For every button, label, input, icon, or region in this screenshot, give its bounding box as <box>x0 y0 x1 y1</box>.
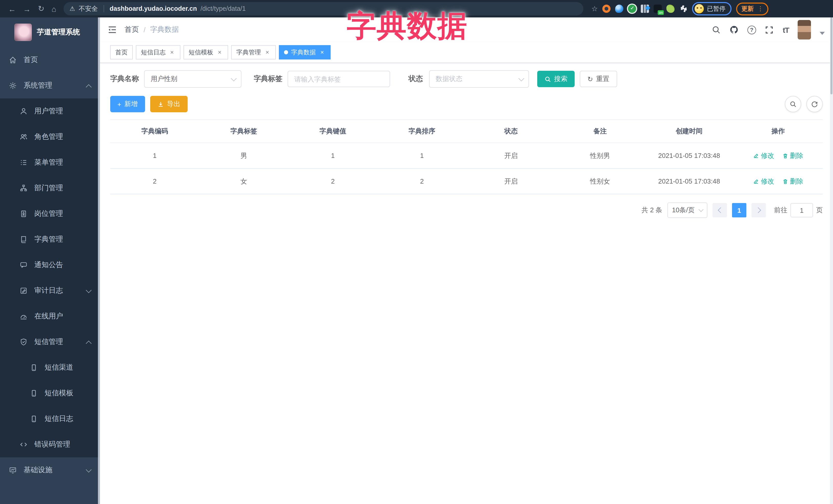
fullscreen-icon[interactable] <box>765 25 774 34</box>
page-number-1[interactable]: 1 <box>732 203 746 217</box>
extension-on-badge-icon[interactable] <box>653 5 662 13</box>
dict-tag-input[interactable] <box>288 71 390 87</box>
home-icon <box>9 56 17 64</box>
address-bar[interactable]: ⚠ 不安全 dashboard.yudao.iocoder.cn /dict/t… <box>63 2 583 16</box>
window-scrollbar[interactable] <box>830 18 833 504</box>
browser-toolbar: ← → ↻ ⌂ ⚠ 不安全 dashboard.yudao.iocoder.cn… <box>0 0 833 18</box>
sidebar-item-notice-announcement[interactable]: 通知公告 <box>0 252 100 278</box>
close-icon[interactable]: × <box>319 49 326 56</box>
close-icon[interactable]: × <box>216 49 223 56</box>
search-icon[interactable] <box>712 25 721 34</box>
close-icon[interactable]: × <box>169 49 175 56</box>
sidebar-item-sms-template[interactable]: 短信模板 <box>0 380 100 406</box>
user-avatar[interactable] <box>798 20 811 40</box>
sidebar-item-dict-management[interactable]: 字典管理 <box>0 226 100 252</box>
edit-link[interactable]: 修改 <box>753 177 774 186</box>
refresh-icon: ↻ <box>588 76 593 82</box>
add-button[interactable]: + 新增 <box>110 96 145 112</box>
cell-sort: 2 <box>378 168 467 194</box>
screen: ← → ↻ ⌂ ⚠ 不安全 dashboard.yudao.iocoder.cn… <box>0 0 833 504</box>
sidebar-item-sms-management[interactable]: 短信管理 <box>0 329 100 355</box>
cell-code: 2 <box>110 168 199 194</box>
sidebar-item-home[interactable]: 首页 <box>0 47 100 73</box>
sidebar-item-sms-log[interactable]: 短信日志 <box>0 406 100 432</box>
delete-link-label: 删除 <box>790 151 803 160</box>
font-size-icon[interactable]: tT <box>783 25 789 34</box>
tab-label: 首页 <box>115 48 128 57</box>
sidebar-item-sms-channel[interactable]: 短信渠道 <box>0 355 100 380</box>
table-tools <box>785 96 823 112</box>
edit-note-icon <box>20 287 28 295</box>
reload-icon[interactable]: ↻ <box>38 4 44 13</box>
reset-button[interactable]: ↻ 重置 <box>580 71 617 87</box>
extension-blue-drop-icon[interactable] <box>615 5 623 13</box>
sidebar-item-post-management[interactable]: 岗位管理 <box>0 201 100 226</box>
caret-down-icon[interactable] <box>820 32 825 35</box>
browser-profile-chip[interactable]: 已暂停 <box>692 2 732 16</box>
delete-link[interactable]: 删除 <box>782 177 803 186</box>
github-icon[interactable] <box>730 25 739 34</box>
next-page-button[interactable] <box>752 203 766 217</box>
search-button[interactable]: 搜索 <box>537 71 575 87</box>
bookmark-star-icon[interactable]: ☆ <box>591 5 598 13</box>
sidebar-item-label: 用户管理 <box>34 106 63 116</box>
tab-dict-management[interactable]: 字典管理 × <box>231 45 276 59</box>
extensions-puzzle-icon[interactable] <box>679 5 687 13</box>
chart-monitor-icon <box>9 466 17 474</box>
browser-update-button[interactable]: 更新 ⋮ <box>736 2 768 15</box>
extension-orange-icon[interactable] <box>602 5 611 13</box>
prev-page-button[interactable] <box>713 203 727 217</box>
security-warning-icon: ⚠ <box>69 5 75 12</box>
extension-stats-icon[interactable] <box>641 5 649 13</box>
tab-dict-data[interactable]: 字典数据 × <box>279 45 331 59</box>
close-icon[interactable]: × <box>264 49 271 56</box>
page-size-select[interactable]: 10条/页 <box>667 202 708 218</box>
status-select[interactable]: 数据状态 <box>429 70 529 88</box>
export-button[interactable]: 导出 <box>150 96 187 112</box>
refresh-table-icon[interactable] <box>806 96 823 112</box>
delete-link[interactable]: 删除 <box>782 151 803 160</box>
forward-icon[interactable]: → <box>23 4 31 13</box>
code-icon <box>20 440 28 449</box>
col-dict-sort: 字典排序 <box>378 120 467 143</box>
tab-sms-template[interactable]: 短信模板 × <box>184 45 228 59</box>
sidebar-item-dept-management[interactable]: 部门管理 <box>0 175 100 201</box>
sidebar-item-system-management[interactable]: 系统管理 <box>0 73 100 98</box>
browser-home-icon[interactable]: ⌂ <box>51 4 56 13</box>
extension-green-check-icon[interactable] <box>628 5 636 13</box>
kebab-menu-icon[interactable]: ⋮ <box>757 5 763 12</box>
security-label: 不安全 <box>79 4 98 13</box>
sidebar-item-online-users[interactable]: 在线用户 <box>0 304 100 329</box>
chevron-up-icon <box>86 341 92 346</box>
extension-sprout-icon[interactable] <box>666 5 674 13</box>
cell-actions: 修改 删除 <box>734 168 823 194</box>
cell-status: 开启 <box>467 168 556 194</box>
hamburger-fold-icon[interactable] <box>107 25 117 35</box>
col-status: 状态 <box>467 120 556 143</box>
edit-link[interactable]: 修改 <box>753 151 774 160</box>
back-icon[interactable]: ← <box>8 4 16 13</box>
help-icon[interactable]: ? <box>747 25 756 34</box>
sidebar-item-user-management[interactable]: 用户管理 <box>0 98 100 124</box>
dict-data-table: 字典编码 字典标签 字典键值 字典排序 状态 备注 创建时间 操作 1 <box>110 119 823 194</box>
sidebar-item-infrastructure[interactable]: 基础设施 <box>0 457 100 483</box>
sidebar-item-menu-management[interactable]: 菜单管理 <box>0 150 100 175</box>
status-label: 状态 <box>408 74 423 83</box>
goto-page-input[interactable] <box>790 203 813 217</box>
tab-home[interactable]: 首页 <box>110 45 133 59</box>
cell-remark: 性别男 <box>556 143 645 168</box>
app-logo: 芋道管理系统 <box>0 18 100 47</box>
sidebar-item-error-code-management[interactable]: 错误码管理 <box>0 432 100 457</box>
show-search-icon[interactable] <box>785 96 801 112</box>
sidebar-item-audit-log[interactable]: 审计日志 <box>0 278 100 304</box>
scrollbar-thumb[interactable] <box>830 18 832 94</box>
dict-tag-label: 字典标签 <box>254 74 282 83</box>
sidebar-item-role-management[interactable]: 角色管理 <box>0 124 100 150</box>
dict-name-select[interactable]: 用户性别 <box>144 70 241 88</box>
edit-link-label: 修改 <box>761 177 774 186</box>
sidebar-scrollbar[interactable] <box>98 18 100 504</box>
tab-sms-log[interactable]: 短信日志 × <box>136 45 181 59</box>
update-label: 更新 <box>741 4 754 13</box>
profile-status-label: 已暂停 <box>707 4 725 13</box>
breadcrumb-home-link[interactable]: 首页 <box>124 25 139 34</box>
